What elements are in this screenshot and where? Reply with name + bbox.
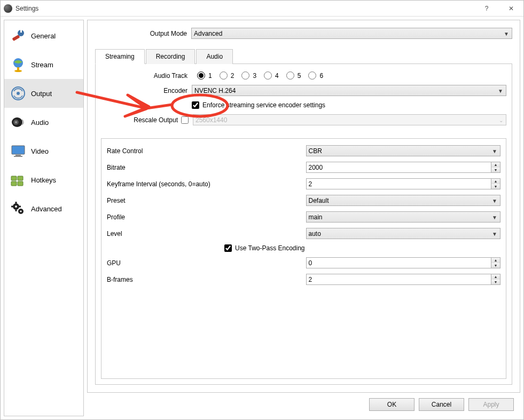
svg-rect-15 (18, 176, 23, 180)
sidebar-item-hotkeys[interactable]: Hotkeys (4, 165, 83, 194)
sidebar-item-advanced[interactable]: Advanced (4, 194, 83, 223)
output-mode-label: Output Mode (100, 30, 191, 37)
preset-label: Preset (107, 197, 306, 204)
svg-rect-0 (12, 35, 20, 41)
keyframe-spinner[interactable]: ▲▼ (491, 178, 500, 189)
sidebar-item-label: Video (31, 147, 49, 155)
gpu-input[interactable] (306, 257, 492, 268)
wrench-icon (10, 27, 27, 44)
svg-rect-12 (15, 155, 21, 156)
rate-control-label: Rate Control (107, 147, 306, 155)
close-button[interactable]: ✕ (499, 1, 523, 17)
svg-rect-17 (18, 181, 23, 186)
audio-track-4[interactable] (264, 72, 272, 80)
svg-rect-22 (15, 202, 17, 204)
bframes-input[interactable] (306, 274, 492, 285)
profile-label: Profile (107, 213, 306, 221)
sidebar-item-label: Output (31, 90, 52, 98)
svg-point-21 (20, 210, 21, 212)
svg-rect-25 (19, 206, 21, 208)
profile-select[interactable]: main (306, 211, 501, 223)
encoder-select[interactable]: NVENC H.264 (192, 85, 506, 96)
svg-point-7 (17, 92, 20, 95)
preset-select[interactable]: Default (306, 195, 501, 206)
sidebar-item-label: Advanced (31, 205, 62, 213)
keyframe-label: Keyframe Interval (seconds, 0=auto) (107, 180, 306, 188)
svg-rect-24 (11, 206, 13, 208)
keyframe-input[interactable] (306, 178, 492, 189)
level-label: Level (107, 230, 306, 237)
svg-rect-13 (14, 156, 22, 157)
tab-recording[interactable]: Recording (146, 49, 195, 64)
keyboard-icon (10, 171, 27, 188)
audio-track-group: 1 2 3 4 5 6 (197, 72, 327, 80)
audio-track-2[interactable] (220, 72, 228, 80)
sidebar-item-label: Hotkeys (31, 176, 56, 184)
rescale-checkbox[interactable] (181, 116, 189, 124)
audio-track-6[interactable] (308, 72, 316, 80)
sidebar-item-label: General (31, 32, 56, 40)
svg-point-10 (15, 121, 17, 123)
rescale-select: 2560x1440 (193, 114, 506, 125)
audio-track-5[interactable] (286, 72, 294, 80)
sidebar-item-output[interactable]: Output (4, 79, 83, 108)
titlebar: Settings ? ✕ (1, 1, 523, 17)
output-tabs: Streaming Recording Audio (95, 49, 512, 64)
sidebar-item-stream[interactable]: Stream (4, 50, 83, 79)
settings-sidebar: General Stream Output Audio Video (4, 20, 84, 416)
svg-point-5 (14, 70, 22, 72)
gears-icon (10, 200, 27, 217)
bframes-spinner[interactable]: ▲▼ (491, 274, 500, 285)
svg-rect-16 (11, 181, 17, 186)
sidebar-item-audio[interactable]: Audio (4, 108, 83, 137)
bframes-label: B-frames (107, 276, 306, 283)
help-button[interactable]: ? (474, 1, 499, 17)
sidebar-item-label: Stream (31, 61, 53, 69)
apply-button: Apply (468, 398, 514, 411)
cancel-button[interactable]: Cancel (419, 398, 464, 411)
window-title: Settings (15, 5, 38, 12)
tab-streaming[interactable]: Streaming (95, 49, 145, 64)
twopass-checkbox-input[interactable] (224, 244, 232, 252)
bitrate-label: Bitrate (107, 164, 306, 171)
rescale-label: Rescale Output (101, 116, 182, 124)
output-mode-select[interactable]: Advanced (191, 28, 512, 39)
sidebar-item-video[interactable]: Video (4, 137, 83, 165)
encoder-label: Encoder (101, 87, 192, 94)
svg-point-19 (15, 205, 17, 208)
svg-rect-11 (12, 146, 25, 154)
audio-track-3[interactable] (241, 72, 249, 80)
dialog-footer: OK Cancel Apply (87, 393, 520, 416)
monitor-icon (10, 142, 27, 160)
bitrate-spinner[interactable]: ▲▼ (491, 162, 500, 173)
encoder-settings-group: Rate Control CBR▼ Bitrate ▲▼ Keyframe In… (101, 138, 506, 379)
level-select[interactable]: auto (306, 228, 501, 239)
audio-track-label: Audio Track (101, 72, 192, 80)
bitrate-input[interactable] (306, 162, 492, 173)
tab-audio[interactable]: Audio (196, 49, 233, 64)
svg-rect-2 (20, 29, 22, 33)
rate-control-select[interactable]: CBR (306, 145, 501, 156)
gpu-spinner[interactable]: ▲▼ (491, 257, 500, 268)
svg-rect-23 (15, 209, 17, 211)
enforce-checkbox-input[interactable] (192, 101, 199, 109)
svg-rect-14 (11, 176, 17, 180)
sidebar-item-label: Audio (31, 118, 49, 126)
ok-button[interactable]: OK (369, 398, 414, 411)
app-icon (4, 4, 12, 13)
audio-track-1[interactable] (197, 72, 205, 80)
globe-icon (10, 56, 27, 73)
gpu-label: GPU (107, 259, 306, 267)
sidebar-item-general[interactable]: General (4, 21, 83, 50)
speaker-icon (10, 114, 27, 131)
broadcast-icon (10, 85, 27, 102)
twopass-checkbox[interactable]: Use Two-Pass Encoding (224, 244, 305, 252)
enforce-checkbox[interactable]: Enforce streaming service encoder settin… (192, 101, 325, 109)
